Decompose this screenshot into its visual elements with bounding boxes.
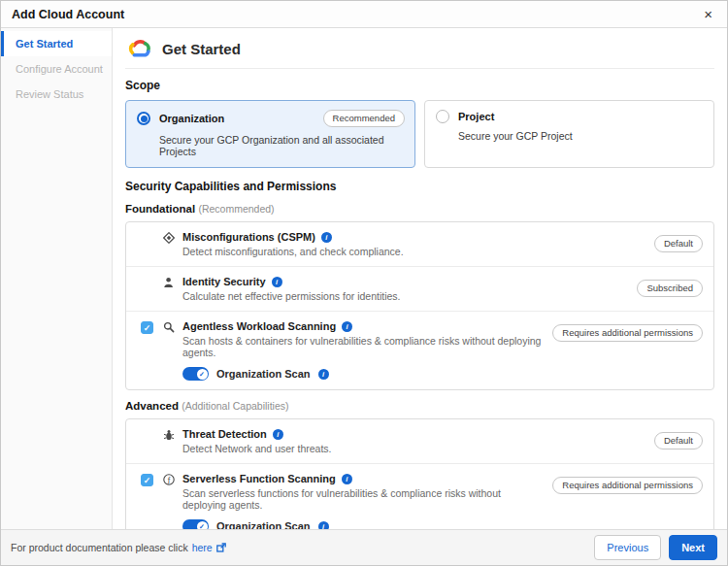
capability-text: Threat Detection i Detect Network and us…: [182, 428, 645, 454]
dialog-footer: For product documentation please click h…: [1, 529, 727, 565]
capability-row-threat-detection: Threat Detection i Detect Network and us…: [126, 419, 713, 464]
capability-text: Identity Security i Calculate net effect…: [182, 276, 627, 302]
previous-button[interactable]: Previous: [594, 535, 661, 560]
page-head: Get Started: [127, 39, 714, 59]
checkbox-slot: [141, 231, 163, 232]
capability-text: Agentless Workload Scanning i Scan hosts…: [182, 320, 543, 381]
checkbox-slot: [141, 428, 163, 429]
main-content: Get Started Scope Organization Recommend…: [113, 28, 727, 529]
page-title: Get Started: [162, 41, 241, 57]
capability-title: Threat Detection: [182, 428, 267, 440]
scope-option-top: Project: [436, 110, 704, 123]
documentation-label: For product documentation please click: [11, 542, 188, 553]
cspm-icon: [163, 231, 182, 244]
documentation-text: For product documentation please click h…: [11, 542, 226, 553]
footer-buttons: Previous Next: [594, 535, 717, 560]
capability-row-misconfigurations: Misconfigurations (CSPM) i Detect miscon…: [126, 222, 713, 267]
scope-option-label: Project: [458, 111, 494, 122]
group-title: Foundational: [125, 203, 195, 215]
status-badge: Default: [654, 235, 703, 252]
capability-title: Misconfigurations (CSPM): [182, 231, 315, 243]
capability-row-serverless-function-scanning: ✓ ƒ Serverless Function Scanning i Scan …: [126, 464, 713, 529]
sidebar-item-review-status[interactable]: Review Status: [1, 82, 112, 107]
badge-slot: Default: [645, 231, 703, 250]
group-title: Advanced: [125, 400, 179, 412]
identity-icon: [163, 276, 182, 288]
foundational-capabilities-card: Misconfigurations (CSPM) i Detect miscon…: [125, 221, 714, 390]
checkbox-slot: ✓: [141, 320, 163, 334]
dialog-title: Add Cloud Account: [12, 8, 124, 21]
badge-slot: Requires additional permissions: [543, 473, 703, 492]
external-link-icon: [216, 543, 226, 552]
info-icon[interactable]: i: [321, 232, 332, 243]
group-subtitle: (Additional Capabilities): [182, 400, 288, 412]
status-badge: Default: [654, 432, 703, 449]
status-badge: Subscribed: [637, 280, 703, 297]
scope-heading: Scope: [125, 79, 714, 92]
documentation-link[interactable]: here: [192, 542, 213, 553]
scope-option-label: Organization: [159, 113, 224, 124]
capability-title: Agentless Workload Scanning: [182, 320, 336, 332]
capability-title: Identity Security: [182, 276, 266, 287]
gcp-cloud-logo-icon: [127, 39, 153, 59]
dialog-header: Add Cloud Account ×: [1, 1, 727, 28]
capability-row-identity-security: Identity Security i Calculate net effect…: [126, 267, 713, 312]
info-icon[interactable]: i: [342, 474, 352, 484]
radio-selected-icon[interactable]: [137, 112, 150, 125]
serverless-icon: ƒ: [163, 473, 182, 485]
recommended-badge: Recommended: [323, 110, 405, 127]
badge-slot: Default: [645, 428, 703, 448]
capability-description: Detect Network and user threats.: [182, 443, 645, 454]
organization-scan-toggle-on[interactable]: ✓: [182, 367, 209, 381]
advanced-capabilities-card: Threat Detection i Detect Network and us…: [125, 418, 714, 529]
scope-option-project[interactable]: Project Secure your GCP Project: [424, 100, 714, 168]
group-subtitle: (Recommended): [198, 203, 274, 215]
dialog-body: Get Started Configure Account Review Sta…: [1, 28, 727, 529]
svg-text:ƒ: ƒ: [167, 476, 171, 484]
capability-description: Scan hosts & containers for vulnerabilit…: [182, 335, 543, 358]
header-divider: [125, 68, 714, 69]
toggle-label: Organization Scan: [216, 368, 311, 380]
checkbox-slot: ✓: [141, 473, 163, 486]
scope-option-description: Secure your GCP Organization and all ass…: [159, 134, 405, 157]
info-icon[interactable]: i: [272, 277, 282, 287]
sidebar-item-configure-account[interactable]: Configure Account: [1, 56, 112, 82]
badge-slot: Subscribed: [627, 276, 703, 295]
capability-title: Serverless Function Scanning: [182, 473, 336, 484]
wizard-steps-sidebar: Get Started Configure Account Review Sta…: [1, 28, 113, 529]
organization-scan-toggle-line: ✓ Organization Scan i: [182, 367, 543, 381]
capability-text: Serverless Function Scanning i Scan serv…: [182, 473, 543, 529]
scope-options: Organization Recommended Secure your GCP…: [125, 100, 714, 168]
group-heading-advanced: Advanced (Additional Capabilities): [125, 400, 714, 412]
badge-slot: Requires additional permissions: [543, 320, 703, 340]
capability-description: Detect misconfigurations, and check comp…: [182, 246, 645, 257]
capabilities-heading: Security Capabilities and Permissions: [125, 180, 714, 193]
threat-detection-icon: [163, 428, 182, 441]
toggle-label: Organization Scan: [216, 520, 311, 529]
organization-scan-toggle-on[interactable]: ✓: [182, 519, 209, 529]
checkbox-slot: [141, 276, 163, 277]
checkbox-checked[interactable]: ✓: [141, 321, 153, 334]
group-heading-foundational: Foundational (Recommended): [125, 203, 714, 215]
scope-option-organization[interactable]: Organization Recommended Secure your GCP…: [125, 100, 415, 168]
sidebar-item-get-started[interactable]: Get Started: [1, 31, 112, 56]
close-icon[interactable]: ×: [700, 5, 716, 23]
organization-scan-toggle-line: ✓ Organization Scan i: [182, 519, 543, 529]
scope-option-description: Secure your GCP Project: [458, 130, 704, 142]
agentless-scan-icon: [163, 320, 182, 333]
capability-description: Calculate net effective permissions for …: [182, 290, 627, 302]
status-badge: Requires additional permissions: [552, 324, 703, 342]
radio-unselected-icon[interactable]: [436, 110, 449, 123]
next-button[interactable]: Next: [669, 535, 717, 560]
scope-option-top: Organization Recommended: [137, 110, 405, 127]
info-icon[interactable]: i: [273, 429, 283, 440]
capability-text: Misconfigurations (CSPM) i Detect miscon…: [182, 231, 645, 257]
checkbox-checked[interactable]: ✓: [141, 474, 153, 486]
capability-description: Scan serverless functions for vulnerabil…: [182, 487, 543, 511]
info-icon[interactable]: i: [342, 321, 352, 332]
info-icon[interactable]: i: [318, 521, 329, 530]
info-icon[interactable]: i: [318, 369, 329, 380]
status-badge: Requires additional permissions: [552, 477, 703, 494]
capability-row-agentless-workload-scanning: ✓ Agentless Workload Scanning i Scan hos…: [126, 312, 713, 389]
